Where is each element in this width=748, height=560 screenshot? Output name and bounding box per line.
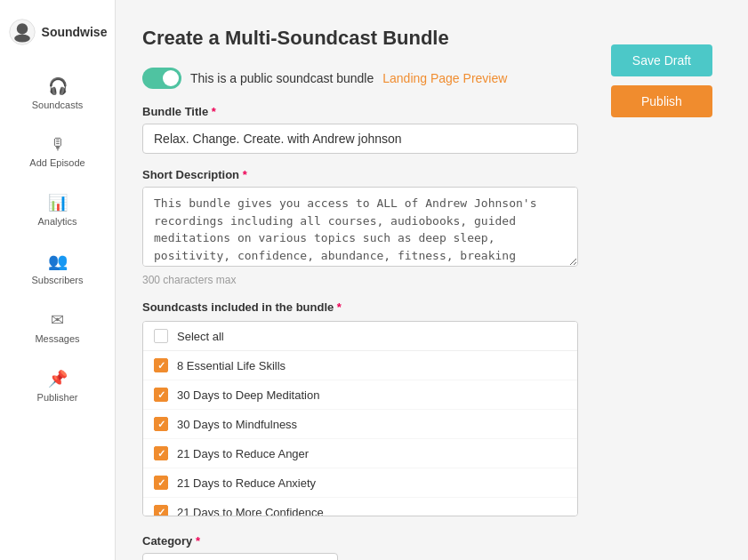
sidebar-nav: 🎧 Soundcasts 🎙 Add Episode 📊 Analytics 👥… [0, 64, 115, 415]
sidebar-item-messages[interactable]: ✉ Messages [0, 298, 115, 356]
publish-button[interactable]: Publish [611, 85, 712, 117]
soundcast-label-4: 21 Days to Reduce Anger [177, 447, 309, 460]
app-logo: Soundwise [8, 9, 108, 64]
sidebar-item-analytics[interactable]: 📊 Analytics [0, 180, 115, 239]
short-description-group: Short Description * This bundle gives yo… [142, 168, 712, 286]
soundcasts-section: Soundcasts included in the bundle * Sele… [142, 300, 712, 516]
soundcast-checkbox-4[interactable] [154, 446, 168, 460]
sidebar-item-add-episode[interactable]: 🎙 Add Episode [0, 123, 115, 180]
mic-icon: 🎙 [50, 135, 66, 154]
toggle-label: This is a public soundcast bundle [190, 71, 374, 85]
short-description-label: Short Description * [142, 168, 712, 181]
required-marker-2: * [239, 168, 247, 181]
publisher-icon: 📌 [48, 369, 68, 388]
sidebar-label-messages: Messages [35, 333, 79, 344]
main-content: Create a Multi-Soundcast Bundle This is … [116, 0, 748, 560]
app-name: Soundwise [42, 25, 108, 39]
char-limit: 300 characters max [142, 274, 712, 286]
soundcasts-list: Select all 8 Essential Life Skills 30 Da… [142, 321, 578, 516]
public-bundle-toggle[interactable] [142, 68, 181, 89]
list-item[interactable]: 8 Essential Life Skills [143, 351, 577, 380]
sidebar-item-publisher[interactable]: 📌 Publisher [0, 356, 115, 415]
list-item[interactable]: 21 Days to Reduce Anxiety [143, 468, 577, 498]
people-icon: 👥 [48, 252, 68, 271]
svg-point-1 [16, 23, 27, 34]
sidebar-label-analytics: Analytics [37, 216, 76, 227]
soundcast-checkbox-1[interactable] [154, 358, 168, 372]
soundcast-label-2: 30 Days to Deep Meditation [177, 388, 319, 402]
chart-icon: 📊 [48, 193, 68, 212]
soundcast-checkbox-5[interactable] [154, 476, 168, 490]
soundcast-label-6: 21 Days to More Confidence [177, 506, 324, 517]
list-item[interactable]: 30 Days to Mindfulness [143, 410, 577, 439]
required-marker: * [208, 105, 216, 118]
bundle-title-input[interactable] [142, 124, 578, 154]
sidebar-item-subscribers[interactable]: 👥 Subscribers [0, 239, 115, 298]
sidebar-label-publisher: Publisher [37, 392, 78, 403]
select-all-checkbox[interactable] [154, 329, 168, 343]
category-section: Category * Arts Business Comedy Educatio… [142, 534, 712, 560]
category-label: Category * [142, 534, 712, 548]
list-item[interactable]: 21 Days to Reduce Anger [143, 439, 577, 468]
sidebar-label-add-episode: Add Episode [29, 157, 84, 168]
required-marker-4: * [192, 534, 200, 548]
mail-icon: ✉ [51, 310, 64, 330]
toggle-slider [142, 68, 181, 89]
save-draft-button[interactable]: Save Draft [611, 44, 712, 76]
sidebar-label-soundcasts: Soundcasts [32, 100, 83, 110]
landing-page-preview-link[interactable]: Landing Page Preview [382, 71, 507, 85]
headphones-icon: 🎧 [48, 76, 68, 96]
list-item[interactable]: 30 Days to Deep Meditation [143, 380, 577, 410]
select-all-row[interactable]: Select all [143, 322, 577, 351]
list-item[interactable]: 21 Days to More Confidence [143, 498, 577, 516]
soundcast-checkbox-2[interactable] [154, 388, 168, 402]
short-description-textarea[interactable]: This bundle gives you access to ALL of A… [142, 187, 578, 267]
category-select[interactable]: Arts Business Comedy Education Health & … [142, 553, 338, 560]
svg-point-2 [14, 35, 30, 43]
soundcasts-label: Soundcasts included in the bundle * [142, 300, 712, 314]
select-all-label: Select all [177, 330, 224, 343]
soundcast-checkbox-3[interactable] [154, 417, 168, 431]
sidebar-label-subscribers: Subscribers [31, 275, 83, 285]
required-marker-3: * [334, 300, 342, 314]
logo-icon [8, 18, 36, 46]
action-buttons: Save Draft Publish [611, 44, 712, 117]
sidebar-item-soundcasts[interactable]: 🎧 Soundcasts [0, 64, 115, 123]
soundcast-label-3: 30 Days to Mindfulness [177, 418, 297, 431]
soundcast-label-5: 21 Days to Reduce Anxiety [177, 476, 316, 490]
sidebar: Soundwise 🎧 Soundcasts 🎙 Add Episode 📊 A… [0, 0, 116, 560]
soundcast-label-1: 8 Essential Life Skills [177, 359, 286, 372]
soundcast-checkbox-6[interactable] [154, 505, 168, 516]
